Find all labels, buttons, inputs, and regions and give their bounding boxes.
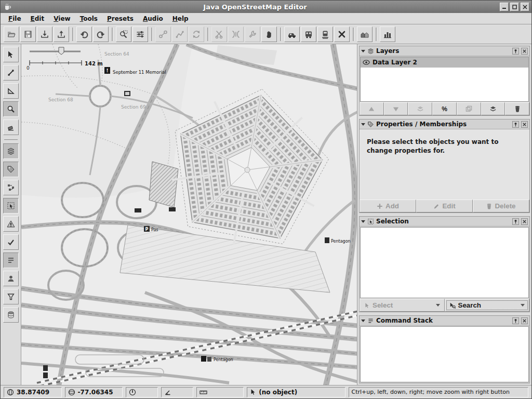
- properties-toggle-button[interactable]: [3, 162, 19, 177]
- save-button[interactable]: [20, 26, 36, 42]
- delete-button[interactable]: [334, 26, 350, 42]
- changeset-toggle-button[interactable]: [3, 307, 19, 323]
- menu-file[interactable]: File: [4, 14, 26, 23]
- latitude-value: 38.87409: [17, 389, 49, 396]
- delete-tool-button[interactable]: [3, 119, 19, 135]
- sticky-button[interactable]: [512, 317, 519, 324]
- histogram-button[interactable]: [380, 26, 395, 42]
- collapse-icon[interactable]: [361, 50, 365, 55]
- duplicate-icon: [466, 105, 472, 112]
- command-stack-toggle-button[interactable]: [3, 252, 19, 268]
- layer-up-button[interactable]: [360, 102, 384, 115]
- menu-view[interactable]: View: [49, 14, 75, 23]
- layer-row[interactable]: Data Layer 2: [361, 57, 528, 68]
- sticky-button[interactable]: [512, 48, 519, 55]
- pan-button[interactable]: [261, 26, 277, 42]
- extrude-tool-button[interactable]: [3, 83, 19, 99]
- select-cursor-icon: [7, 50, 15, 59]
- collapse-icon[interactable]: [361, 320, 365, 324]
- download-icon: [40, 30, 49, 39]
- properties-message: Please select the objects you want to ch…: [360, 129, 529, 200]
- add-property-button[interactable]: Add: [360, 200, 416, 212]
- close-panel-button[interactable]: [521, 121, 528, 128]
- menu-audio[interactable]: Audio: [138, 14, 168, 23]
- follow-way-button[interactable]: [172, 26, 188, 42]
- filter-toggle-button[interactable]: [3, 289, 19, 304]
- menu-help[interactable]: Help: [168, 14, 193, 23]
- map-view[interactable]: ! P Section 64 Section: [21, 44, 357, 385]
- undo-icon: [79, 30, 89, 39]
- command-stack-panel-header[interactable]: Command Stack: [360, 316, 529, 326]
- merge-layer-button[interactable]: [408, 102, 432, 115]
- zoom-to-selection-button[interactable]: [116, 26, 131, 42]
- close-button[interactable]: [521, 3, 529, 11]
- maximize-button[interactable]: [510, 3, 519, 11]
- relations-toggle-button[interactable]: [3, 180, 19, 195]
- layers-panel-header[interactable]: Layers: [360, 46, 529, 56]
- select-tool-button[interactable]: [3, 47, 19, 62]
- layers-toggle-button[interactable]: [3, 143, 19, 159]
- redo-button[interactable]: [93, 26, 109, 42]
- properties-panel-header[interactable]: Properties / Memberships: [360, 119, 529, 129]
- delete-layer-button[interactable]: [505, 102, 529, 115]
- update-data-button[interactable]: [189, 26, 204, 42]
- selection-toggle-button[interactable]: [3, 198, 19, 214]
- histogram-icon: [383, 30, 392, 39]
- layer-opacity-button[interactable]: %: [432, 102, 457, 115]
- window-title: Java OpenStreetMap Editor: [12, 3, 498, 11]
- visible-eye-icon[interactable]: [363, 60, 370, 65]
- open-button[interactable]: [4, 26, 19, 42]
- layer-down-button[interactable]: [384, 102, 408, 115]
- car-button[interactable]: [284, 26, 300, 42]
- database-icon: [7, 311, 15, 319]
- eraser-icon: [7, 123, 15, 131]
- collapse-icon[interactable]: [361, 123, 365, 128]
- map-label-section64: Section 64: [104, 51, 129, 57]
- selection-panel-header[interactable]: Selection: [360, 217, 529, 227]
- select-button[interactable]: Select: [360, 299, 445, 312]
- terracer-button[interactable]: [357, 26, 373, 42]
- title-bar[interactable]: Java OpenStreetMap Editor: [1, 1, 531, 13]
- validator-toggle-button[interactable]: [3, 234, 19, 250]
- svg-text:P: P: [145, 227, 149, 232]
- delete-property-button[interactable]: Delete: [473, 200, 529, 212]
- redo-icon: [96, 30, 105, 39]
- close-panel-button[interactable]: [521, 48, 528, 55]
- preferences-button[interactable]: [132, 26, 148, 42]
- menu-edit[interactable]: Edit: [26, 14, 49, 23]
- menu-presets[interactable]: Presets: [102, 14, 138, 23]
- conflict-toggle-button[interactable]: [3, 216, 19, 232]
- draw-node-button[interactable]: [155, 26, 171, 42]
- download-button[interactable]: [37, 26, 52, 42]
- search-button[interactable]: Search: [445, 299, 530, 312]
- map-canvas[interactable]: ! P Section 64 Section: [21, 44, 357, 385]
- combine-way-button[interactable]: [228, 26, 244, 42]
- bus-button[interactable]: [301, 26, 316, 42]
- undo-button[interactable]: [76, 26, 92, 42]
- upload-button[interactable]: [54, 26, 69, 42]
- menu-tools[interactable]: Tools: [75, 14, 102, 23]
- minimize-button[interactable]: [500, 3, 509, 11]
- show-layer-button[interactable]: [481, 102, 506, 115]
- layers-list[interactable]: Data Layer 2: [360, 57, 529, 102]
- zoom-selection-icon: [119, 30, 128, 39]
- duplicate-layer-button[interactable]: [457, 102, 481, 115]
- combine-way-icon: [231, 30, 241, 39]
- edit-property-button[interactable]: Edit: [416, 200, 473, 212]
- unglue-button[interactable]: [245, 26, 260, 42]
- sticky-button[interactable]: [512, 218, 519, 225]
- app-icon: [3, 2, 12, 11]
- zoom-tool-button[interactable]: [3, 101, 19, 117]
- rail-button[interactable]: [317, 26, 333, 42]
- selection-list[interactable]: [360, 227, 529, 298]
- layer-name: Data Layer 2: [373, 59, 417, 66]
- authors-toggle-button[interactable]: [3, 271, 19, 286]
- upload-icon: [57, 30, 66, 39]
- split-way-button[interactable]: [211, 26, 227, 42]
- close-panel-button[interactable]: [521, 218, 528, 225]
- sticky-button[interactable]: [512, 121, 519, 128]
- close-panel-button[interactable]: [521, 317, 528, 324]
- command-stack-list[interactable]: [360, 326, 529, 382]
- draw-tool-button[interactable]: [3, 65, 19, 81]
- collapse-icon[interactable]: [361, 220, 365, 225]
